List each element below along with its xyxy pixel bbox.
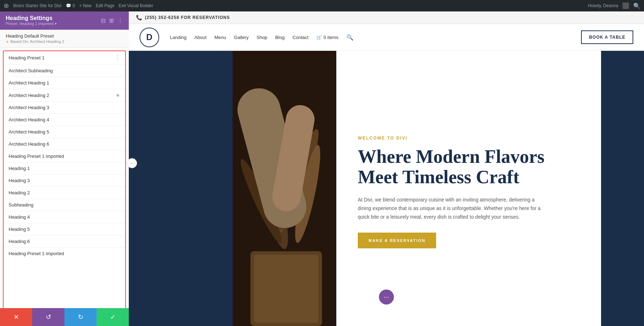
default-preset-name: Heading Default Preset — [6, 33, 123, 39]
nav-item[interactable]: Menu — [214, 35, 226, 40]
phone-number: (255) 352-6258 FOR RESERVATIONS — [145, 15, 230, 20]
hero-welcome: WELCOME TO DIVI — [358, 136, 580, 141]
preset-item[interactable]: Architect Subheading — [4, 65, 125, 77]
admin-search-icon[interactable]: 🔍 — [633, 3, 640, 9]
svg-point-8 — [289, 165, 291, 166]
admin-site-link[interactable]: Bistro Starter Site for Divi — [13, 3, 62, 8]
site-header: D LandingAboutMenuGalleryShopBlogContact… — [129, 24, 644, 51]
preset-item-label: Architect Heading 4 — [9, 117, 49, 122]
fab-more-button[interactable]: ··· — [379, 289, 394, 305]
wp-logo-icon[interactable]: ⊕ — [4, 2, 9, 10]
preset-item[interactable]: Heading 6 — [4, 235, 125, 248]
preset-item-label: Heading 2 — [9, 190, 30, 195]
preset-item[interactable]: Heading 4 — [4, 211, 125, 223]
preset-item[interactable]: Heading Preset 1 imported — [4, 150, 125, 162]
preset-item[interactable]: Heading 5 — [4, 223, 125, 235]
food-image — [233, 51, 336, 326]
preset-list-container[interactable]: Heading Preset 1⋮Architect SubheadingArc… — [3, 50, 126, 323]
preset-item[interactable]: Architect Heading 4 — [4, 114, 125, 126]
preset-item-label: Architect Heading 5 — [9, 129, 49, 135]
admin-avatar — [623, 3, 629, 9]
svg-rect-13 — [233, 51, 336, 326]
preset-item-label: Heading Preset 1 imported — [9, 251, 64, 256]
nav-item[interactable]: Contact — [292, 35, 308, 40]
preset-item[interactable]: Architect Heading 3 — [4, 102, 125, 114]
preset-item[interactable]: Subheading — [4, 199, 125, 211]
preset-item-label: Heading 6 — [9, 239, 30, 244]
panel-icon-layout[interactable]: ⊞ — [109, 17, 114, 24]
hero-heading: Where Modern Flavors Meet Timeless Craft — [358, 146, 580, 187]
preset-star-icon: ★ — [116, 92, 120, 98]
cart-count: 0 items — [323, 35, 338, 40]
nav-item[interactable]: Gallery — [234, 35, 249, 40]
nav-search-icon[interactable]: 🔍 — [346, 34, 353, 41]
heading-settings-panel: Heading Settings Preset: Heading 1 impor… — [0, 11, 129, 326]
preset-dots-icon: ⋮ — [114, 54, 120, 61]
preset-item-label: Heading 4 — [9, 214, 30, 220]
panel-header-icons: ⊟ ⊞ ⋮ — [101, 17, 123, 24]
site-topbar: 📞 (255) 352-6258 FOR RESERVATIONS — [129, 11, 644, 24]
preset-list: Heading Preset 1⋮Architect SubheadingArc… — [4, 51, 125, 259]
wp-admin-bar: ⊕ Bistro Starter Site for Divi 💬 0 + New… — [0, 0, 644, 11]
reservation-button[interactable]: MAKE A RESERVATION — [358, 233, 436, 248]
admin-edit-page[interactable]: Edit Page — [96, 3, 114, 8]
cart-icon: 🛒 — [316, 35, 322, 40]
preset-item-label: Heading Preset 1 imported — [9, 154, 64, 159]
book-table-button[interactable]: BOOK A TABLE — [581, 30, 633, 44]
svg-point-6 — [274, 157, 277, 159]
admin-right: Howdy, Deanna 🔍 — [588, 3, 641, 9]
preset-item[interactable]: Heading Preset 1 imported — [4, 248, 125, 259]
undo-button[interactable]: ↺ — [32, 308, 64, 326]
preset-item[interactable]: Heading 2 — [4, 187, 125, 199]
phone-icon: 📞 — [136, 15, 142, 20]
admin-exit-builder[interactable]: Exit Visual Builder — [119, 3, 153, 8]
preset-item-label: Heading 5 — [9, 227, 30, 232]
nav-item[interactable]: Blog — [275, 35, 284, 40]
default-preset-section: Heading Default Preset ★ Based On: Archi… — [0, 30, 129, 48]
hero-left-dark — [129, 51, 233, 326]
panel-header-left: Heading Settings Preset: Heading 1 impor… — [6, 15, 57, 26]
fab-dots-icon: ··· — [384, 293, 389, 301]
preset-item-label: Architect Heading 6 — [9, 141, 49, 147]
panel-title: Heading Settings — [6, 15, 57, 21]
panel-icon-device[interactable]: ⊟ — [101, 17, 106, 24]
site-preview: 📞 (255) 352-6258 FOR RESERVATIONS D Land… — [129, 11, 644, 326]
redo-button[interactable]: ↻ — [64, 308, 97, 326]
preset-item-label: Architect Subheading — [9, 68, 53, 73]
hero-image — [233, 51, 336, 326]
hero-content: WELCOME TO DIVI Where Modern Flavors Mee… — [336, 51, 601, 326]
panel-preset-label[interactable]: Preset: Heading 1 imported ▾ — [6, 21, 57, 26]
nav-item[interactable]: Shop — [257, 35, 267, 40]
preset-item[interactable]: Architect Heading 6 — [4, 138, 125, 150]
preset-item-label: Subheading — [9, 202, 33, 208]
save-button[interactable]: ✓ — [97, 308, 129, 326]
preset-item[interactable]: Heading 1 — [4, 162, 125, 175]
preset-item[interactable]: Architect Heading 2★ — [4, 89, 125, 102]
cart-item[interactable]: 🛒0 items — [316, 35, 338, 40]
panel-icon-more[interactable]: ⋮ — [117, 17, 123, 24]
svg-point-7 — [284, 150, 285, 152]
admin-howdy: Howdy, Deanna — [588, 3, 619, 8]
nav-item[interactable]: About — [194, 35, 206, 40]
site-nav: LandingAboutMenuGalleryShopBlogContact🛒0… — [170, 34, 353, 41]
preset-item[interactable]: Architect Heading 5 — [4, 126, 125, 138]
nav-item[interactable]: Landing — [170, 35, 186, 40]
preset-item-label: Heading 1 — [9, 166, 30, 171]
admin-new[interactable]: + New — [79, 3, 91, 8]
preset-item-label: Architect Heading 1 — [9, 80, 49, 86]
preset-item[interactable]: Heading Preset 1⋮ — [4, 51, 125, 65]
preset-item[interactable]: Heading 3 — [4, 175, 125, 187]
hero-body: At Divi, we blend contemporary cuisine w… — [358, 196, 544, 221]
preset-item-label: Heading Preset 1 — [9, 55, 44, 60]
preset-item[interactable]: Architect Heading 1 — [4, 77, 125, 89]
preset-item-label: Heading 3 — [9, 178, 30, 183]
preset-item-label: Architect Heading 3 — [9, 105, 49, 110]
cancel-button[interactable]: ✕ — [0, 308, 32, 326]
default-preset-based: ★ Based On: Architect Heading 2 — [6, 39, 123, 44]
hero-right-dark — [601, 51, 644, 326]
hero-section: WELCOME TO DIVI Where Modern Flavors Mee… — [129, 51, 644, 326]
panel-resize-handle[interactable]: ↔ — [127, 158, 137, 168]
svg-point-10 — [287, 179, 289, 180]
food-svg — [233, 51, 336, 326]
admin-comments[interactable]: 💬 0 — [66, 3, 75, 8]
